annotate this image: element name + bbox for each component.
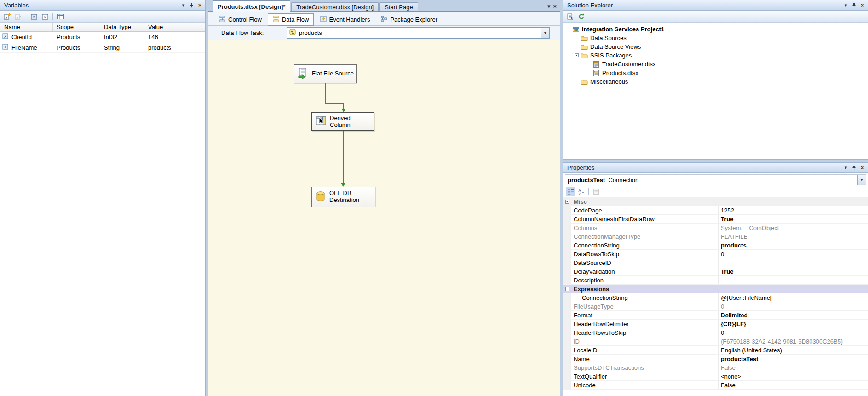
variable-row[interactable]: x FileName Products String products [0, 42, 205, 53]
tree-item[interactable]: Integration Services Project1 [563, 25, 868, 34]
tree-item[interactable]: Products.dtsx [563, 69, 868, 77]
property-row[interactable]: SupportsDTCTransactionsFalse [563, 363, 868, 372]
window-position-menu-icon[interactable]: ▾ [842, 2, 850, 9]
property-row[interactable]: HeaderRowDelimiter{CR}{LF} [563, 320, 868, 328]
data-path-connector[interactable] [325, 83, 326, 104]
property-row[interactable]: CodePage1252 [563, 206, 868, 215]
data-path-connector[interactable] [325, 103, 344, 104]
delete-variable-icon[interactable]: x [13, 11, 23, 21]
property-pages-icon[interactable] [591, 187, 601, 196]
category-expander-icon[interactable]: - [565, 287, 569, 291]
chevron-down-icon[interactable]: ▾ [541, 28, 549, 38]
property-value[interactable]: <none> [719, 372, 868, 380]
property-name: ColumnNamesInFirstDataRow [571, 215, 719, 223]
add-variable-icon[interactable]: x [2, 11, 12, 21]
property-row[interactable]: ColumnNamesInFirstDataRowTrue [563, 215, 868, 224]
show-all-variables-icon[interactable]: x [40, 11, 50, 21]
tree-item[interactable]: Data Source Views [563, 42, 868, 51]
property-value[interactable]: System.__ComObject [719, 224, 868, 232]
property-row[interactable]: TextQualifier<none> [563, 372, 868, 381]
property-row[interactable]: ConnectionManagerTypeFLATFILE [563, 232, 868, 241]
property-value[interactable]: {F6750188-32A2-4142-9081-6D80300C26B5} [719, 337, 868, 345]
close-icon[interactable]: × [196, 2, 204, 9]
property-value[interactable]: 0 [719, 328, 868, 337]
property-value[interactable]: 0 [719, 302, 868, 310]
property-row[interactable]: DataRowsToSkip0 [563, 250, 868, 258]
auto-hide-pin-icon[interactable] [188, 2, 195, 9]
variable-value[interactable]: products [144, 44, 205, 51]
tree-item[interactable]: Data Sources [563, 34, 868, 42]
property-name: FileUsageType [571, 302, 719, 310]
property-value[interactable]: products [719, 241, 868, 249]
show-system-variables-icon[interactable]: x [29, 11, 39, 21]
property-row[interactable]: DelayValidationTrue [563, 267, 868, 276]
column-header-scope[interactable]: Scope [53, 23, 100, 31]
property-value[interactable]: True [719, 215, 868, 223]
tab-event-handlers[interactable]: Event Handlers [315, 13, 375, 26]
refresh-icon[interactable] [576, 11, 586, 21]
property-row[interactable]: ConnectionStringproducts [563, 241, 868, 250]
property-row[interactable]: LocaleIDEnglish (United States) [563, 346, 868, 355]
property-row[interactable]: FileUsageType0 [563, 302, 868, 311]
property-category-row[interactable]: -Expressions [563, 285, 868, 293]
tab-control-flow[interactable]: Control Flow [214, 13, 266, 26]
property-value[interactable] [719, 276, 868, 284]
choose-columns-icon[interactable] [56, 11, 65, 21]
component-derived-column[interactable]: Derived Column [311, 112, 374, 131]
column-header-value[interactable]: Value [144, 23, 205, 31]
properties-object-selector[interactable]: productsTest Connection ▾ [565, 174, 866, 185]
tree-item[interactable]: Miscellaneous [563, 77, 868, 86]
chevron-down-icon[interactable]: ▾ [857, 175, 866, 185]
property-value[interactable] [719, 258, 868, 267]
property-value[interactable]: True [719, 267, 868, 275]
close-icon[interactable]: × [858, 2, 866, 9]
property-category-row[interactable]: -Misc [563, 197, 868, 206]
window-position-menu-icon[interactable]: ▾ [179, 2, 187, 9]
property-row[interactable]: ConnectionString@[User::FileName] [563, 293, 868, 302]
alphabetical-sort-icon[interactable]: AZ [576, 187, 586, 196]
property-row[interactable]: DataSourceID [563, 258, 868, 267]
property-value[interactable]: English (United States) [719, 346, 868, 354]
property-value[interactable]: False [719, 363, 868, 372]
property-value[interactable]: {CR}{LF} [719, 320, 868, 328]
tree-expander-icon[interactable]: - [575, 53, 579, 57]
property-value[interactable]: False [719, 381, 868, 389]
property-row[interactable]: FormatDelimited [563, 311, 868, 320]
document-list-menu-icon[interactable]: ▾ [547, 3, 551, 10]
tab-data-flow[interactable]: Data Flow [268, 13, 314, 26]
property-row[interactable]: Description [563, 276, 868, 285]
component-flat-file-source[interactable]: Flat File Source [294, 64, 357, 83]
tab-products-dtsx[interactable]: Products.dtsx [Design]* [213, 0, 290, 12]
property-value[interactable]: productsTest [719, 355, 868, 363]
tab-tradecustomer-dtsx[interactable]: TradeCustomer.dtsx [Design] [291, 2, 379, 12]
variable-value[interactable]: 146 [144, 34, 205, 40]
property-value[interactable]: Delimited [719, 311, 868, 319]
property-row[interactable]: ColumnsSystem.__ComObject [563, 224, 868, 232]
property-row[interactable]: HeaderRowsToSkip0 [563, 328, 868, 337]
property-row[interactable]: UnicodeFalse [563, 381, 868, 390]
component-ole-db-destination[interactable]: OLE DB Destination [311, 187, 375, 207]
data-flow-task-dropdown[interactable]: products ▾ [287, 27, 550, 39]
properties-window-icon[interactable] [565, 11, 575, 21]
property-row[interactable]: NameproductsTest [563, 355, 868, 363]
window-position-menu-icon[interactable]: ▾ [842, 164, 850, 172]
categorized-view-icon[interactable] [566, 187, 575, 196]
column-header-data-type[interactable]: Data Type [100, 23, 144, 31]
close-icon[interactable]: × [858, 164, 866, 172]
auto-hide-pin-icon[interactable] [850, 2, 858, 9]
property-value[interactable]: 0 [719, 250, 868, 258]
tree-item[interactable]: -SSIS Packages [563, 51, 868, 60]
close-document-icon[interactable]: × [553, 3, 557, 10]
variable-row[interactable]: x ClientId Products Int32 146 [0, 32, 205, 42]
property-row[interactable]: ID{F6750188-32A2-4142-9081-6D80300C26B5} [563, 337, 868, 346]
column-header-name[interactable]: Name [0, 23, 53, 31]
tab-start-page[interactable]: Start Page [379, 2, 418, 12]
auto-hide-pin-icon[interactable] [850, 164, 858, 172]
data-path-connector[interactable] [343, 131, 344, 184]
category-expander-icon[interactable]: - [565, 200, 569, 204]
property-value[interactable]: @[User::FileName] [719, 293, 868, 302]
property-value[interactable]: FLATFILE [719, 232, 868, 241]
property-value[interactable]: 1252 [719, 206, 868, 214]
tree-item[interactable]: TradeCustomer.dtsx [563, 60, 868, 69]
tab-package-explorer[interactable]: Package Explorer [376, 13, 442, 26]
